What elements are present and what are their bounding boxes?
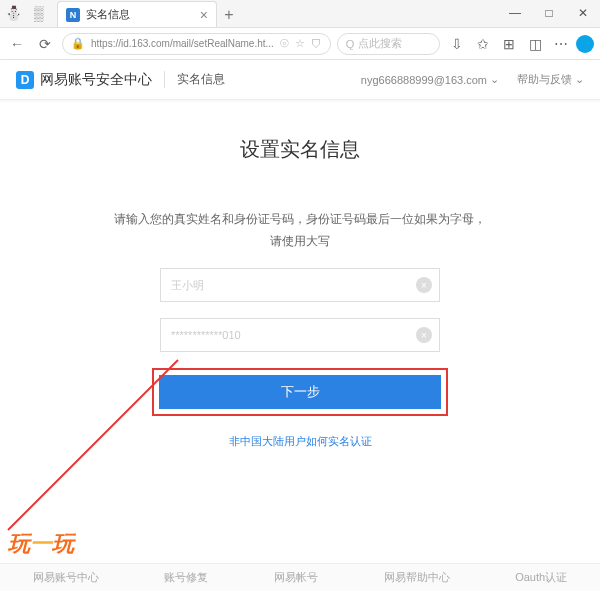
footer-link[interactable]: 网易账号中心 (33, 570, 99, 585)
site-logo[interactable]: D 网易账号安全中心 (16, 71, 152, 89)
favorites-icon[interactable]: ✩ (472, 33, 494, 55)
chevron-down-icon: ⌄ (490, 73, 499, 86)
lock-icon: 🔒 (71, 37, 85, 50)
menu-icon[interactable]: ⋯ (550, 33, 572, 55)
refresh-button[interactable]: ⟳ (34, 33, 56, 55)
browser-app-icon: ▒ (26, 0, 52, 27)
user-email: nyg666888999@163.com (361, 74, 487, 86)
non-mainland-help-link[interactable]: 非中国大陆用户如何实名认证 (229, 435, 372, 447)
instructions: 请输入您的真实姓名和身份证号码，身份证号码最后一位如果为字母， 请使用大写 (20, 209, 580, 252)
minimize-button[interactable]: — (498, 0, 532, 27)
footer-link[interactable]: 账号修复 (164, 570, 208, 585)
highlight-box: 下一步 (152, 368, 448, 416)
address-bar[interactable]: 🔒 https://id.163.com/mail/setRealName.ht… (62, 33, 331, 55)
browser-titlebar: ⛄ ▒ N 实名信息 × + — □ ✕ (0, 0, 600, 28)
translate-icon[interactable]: ⦾ (280, 37, 289, 50)
browser-toolbar: ← ⟳ 🔒 https://id.163.com/mail/setRealNam… (0, 28, 600, 60)
browser-tab[interactable]: N 实名信息 × (57, 1, 217, 27)
search-placeholder: 点此搜索 (358, 36, 402, 51)
search-icon: Q (346, 38, 355, 50)
clear-name-icon[interactable]: × (416, 277, 432, 293)
watermark: 玩一玩 (8, 529, 74, 559)
footer-link[interactable]: 网易帐号 (274, 570, 318, 585)
url-text: https://id.163.com/mail/setRealName.ht..… (91, 38, 274, 49)
logo-icon: D (16, 71, 34, 89)
breadcrumb: 实名信息 (164, 71, 225, 88)
user-menu[interactable]: nyg666888999@163.com ⌄ (361, 73, 499, 86)
name-input[interactable] (160, 268, 440, 302)
new-tab-button[interactable]: + (217, 3, 241, 27)
clear-id-icon[interactable]: × (416, 327, 432, 343)
browser-profile-icon[interactable]: ⛄ (0, 0, 26, 27)
close-tab-icon[interactable]: × (200, 7, 208, 23)
star-icon[interactable]: ☆ (295, 37, 305, 50)
maximize-button[interactable]: □ (532, 0, 566, 27)
window-controls: — □ ✕ (498, 0, 600, 27)
id-input[interactable] (160, 318, 440, 352)
close-window-button[interactable]: ✕ (566, 0, 600, 27)
footer-link[interactable]: Oauth认证 (515, 570, 567, 585)
help-feedback-link[interactable]: 帮助与反馈 ⌄ (517, 72, 584, 87)
chevron-down-icon: ⌄ (575, 73, 584, 86)
extensions-icon[interactable]: ⊞ (498, 33, 520, 55)
browser-search-box[interactable]: Q 点此搜索 (337, 33, 440, 55)
site-footer: 网易账号中心 账号修复 网易帐号 网易帮助中心 Oauth认证 (0, 563, 600, 591)
logo-text: 网易账号安全中心 (40, 71, 152, 89)
profile-avatar-icon[interactable] (576, 35, 594, 53)
footer-link[interactable]: 网易帮助中心 (384, 570, 450, 585)
tab-favicon-icon: N (66, 8, 80, 22)
realname-form: × × 下一步 非中国大陆用户如何实名认证 (160, 268, 440, 449)
download-icon[interactable]: ⇩ (446, 33, 468, 55)
next-step-button[interactable]: 下一步 (159, 375, 441, 409)
tab-title: 实名信息 (86, 7, 200, 22)
site-header: D 网易账号安全中心 实名信息 nyg666888999@163.com ⌄ 帮… (0, 60, 600, 100)
page-title: 设置实名信息 (20, 136, 580, 163)
main-content: 设置实名信息 请输入您的真实姓名和身份证号码，身份证号码最后一位如果为字母， 请… (0, 100, 600, 449)
extension2-icon[interactable]: ◫ (524, 33, 546, 55)
shield-icon[interactable]: ⛉ (311, 38, 322, 50)
back-button[interactable]: ← (6, 33, 28, 55)
